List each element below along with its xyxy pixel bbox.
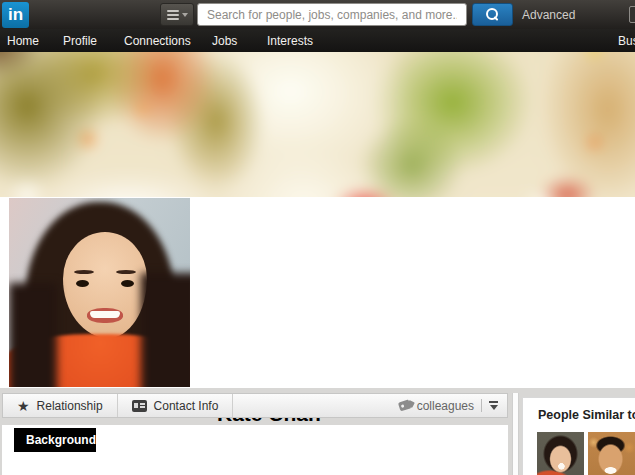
profile-photo[interactable] — [9, 198, 190, 387]
tag-label[interactable]: colleagues — [417, 399, 474, 413]
divider — [481, 399, 482, 412]
photo-eyebrow — [74, 270, 94, 274]
search-category-dropdown[interactable] — [160, 3, 194, 26]
background-section-tab[interactable]: Background — [14, 428, 96, 452]
photo-hair-right — [141, 273, 190, 387]
search-icon — [486, 8, 499, 21]
tab-relationship[interactable]: ★ Relationship — [3, 394, 118, 417]
contact-card-icon — [132, 400, 147, 412]
list-icon — [167, 10, 179, 20]
tab-contact-info-label: Contact Info — [154, 399, 219, 413]
advanced-search-link[interactable]: Advanced — [522, 8, 575, 22]
people-similar-card: People Similar to Kate — [522, 397, 635, 475]
nav-item-home[interactable]: Home — [7, 34, 39, 48]
profile-card: Kate Chan Senior Product Manager at Acme… — [0, 197, 635, 388]
top-bar: in Advanced — [0, 0, 635, 29]
photo-eye — [76, 280, 89, 287]
chevron-down-icon — [182, 13, 188, 17]
photo-eyebrow — [116, 270, 136, 274]
tag-group: colleagues — [399, 394, 498, 417]
tag-icon — [398, 400, 411, 412]
similar-people-photos — [537, 432, 635, 475]
main-nav: Home Profile Connections Jobs Interests … — [0, 29, 635, 52]
photo-hair-left — [9, 283, 57, 387]
profile-tab-bar: ★ Relationship Contact Info colleagues — [2, 393, 508, 418]
nav-item-interests[interactable]: Interests — [267, 34, 313, 48]
linkedin-logo-icon[interactable]: in — [2, 2, 29, 28]
banner-blur-paint — [0, 52, 635, 197]
profile-banner-image — [0, 52, 635, 197]
search-input[interactable] — [197, 3, 467, 26]
nav-item-jobs[interactable]: Jobs — [212, 34, 237, 48]
nav-item-connections[interactable]: Connections — [124, 34, 191, 48]
nav-item-profile[interactable]: Profile — [63, 34, 97, 48]
tab-relationship-label: Relationship — [37, 399, 103, 413]
photo-eye — [121, 280, 134, 287]
photo-smile — [87, 308, 123, 323]
collapse-icon[interactable] — [489, 401, 498, 410]
people-similar-title: People Similar to Kate — [538, 408, 635, 422]
tab-contact-info[interactable]: Contact Info — [118, 394, 234, 417]
similar-person-photo[interactable] — [537, 432, 584, 475]
search-button[interactable] — [472, 3, 513, 26]
background-section: Background — [2, 425, 508, 475]
notification-flag-icon[interactable] — [629, 6, 635, 23]
star-icon: ★ — [17, 399, 30, 413]
scrollbar-track[interactable] — [512, 393, 519, 475]
similar-person-photo[interactable] — [588, 432, 635, 475]
nav-item-business-services[interactable]: Business Services — [618, 34, 635, 48]
